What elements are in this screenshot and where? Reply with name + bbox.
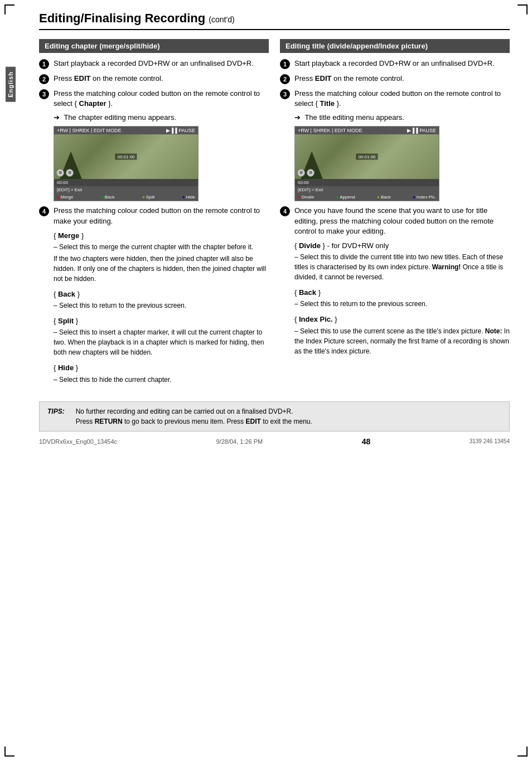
left-timebar-left: 00:00 [57, 180, 68, 185]
left-screen-bar-left: +RW | SHREK | EDIT MODE [57, 128, 122, 133]
right-screen-footer: [EDIT] = Exit [295, 186, 439, 193]
tips-label: TIPS: [47, 406, 65, 426]
left-screen-footer-buttons: ● Merge ● Back ● Split ● Hide [54, 193, 198, 201]
hide-desc: – Select this to hide the current chapte… [54, 375, 269, 385]
back-right-title: { Back } [294, 288, 510, 298]
divide-desc: – Select this to divide the current titl… [294, 252, 510, 282]
left-step-4-num: 4 [39, 206, 49, 216]
merge-extra: If the two chapters were hidden, then th… [54, 254, 269, 284]
left-ctrl-btn-2: ⚙ [66, 169, 74, 177]
back-left-desc: – Select this to return to the previous … [54, 300, 269, 311]
right-screen-bar-left: +RW | SHREK | EDIT MODE [298, 128, 362, 133]
page: English Editing/Finalising Recording (co… [0, 0, 532, 761]
left-screen-controls: ⚙ ⚙ [56, 169, 74, 177]
dot-red-merge: ● [57, 195, 60, 200]
left-ctrl-btn-1: ⚙ [56, 169, 64, 177]
dot-yellow-split: ● [142, 195, 145, 200]
corner-mark-tl [4, 4, 14, 14]
left-screen-timebar: 00:00 [54, 179, 198, 186]
dot-green-append: ● [336, 195, 338, 200]
index-pic-desc: – Select this to use the current scene a… [294, 326, 510, 356]
left-btn-split: ● Split [142, 195, 154, 200]
right-screen-controls: ⚙ ⚙ [297, 169, 315, 177]
left-screen-image: 00:01:00 ⚙ ⚙ [54, 134, 198, 179]
footer-page-num: 48 [362, 437, 371, 446]
right-screen-timebar: 00:00 [295, 179, 439, 186]
dot-green-back: ● [101, 195, 104, 200]
right-step-3-num: 3 [280, 89, 290, 99]
corner-mark-bl [4, 747, 14, 757]
right-step-4: 4 Once you have found the scene that you… [280, 206, 510, 236]
right-step-2-text: Press EDIT on the remote control. [294, 74, 404, 84]
page-title: Editing/Finalising Recording (cont'd) [39, 11, 510, 30]
right-step-3-text: Press the matching colour coded button o… [294, 89, 510, 109]
sub-back-left: { Back } – Select this to return to the … [54, 289, 269, 311]
right-sub-sections: { Divide } - for DVD+RW only – Select th… [294, 241, 510, 356]
merge-desc: – Select this to merge the current chapt… [54, 242, 269, 252]
arrow-icon-3: ➔ [54, 113, 60, 122]
left-step-2: 2 Press EDIT on the remote control. [39, 74, 269, 84]
right-step-1: 1 Start playback a recorded DVD+RW or an… [280, 59, 510, 69]
page-footer: 1DVDRx6xx_Eng00_13454c 9/28/04, 1:26 PM … [39, 437, 510, 446]
left-column: Editing chapter (merge/split/hide) 1 Sta… [39, 39, 269, 390]
split-title: { Split } [54, 316, 269, 326]
dot-blue-hide: ● [182, 195, 185, 200]
merge-title: { Merge } [54, 231, 269, 241]
left-screen-bar: +RW | SHREK | EDIT MODE ▶▐▐ PAUSE [54, 127, 198, 134]
right-dvd-screen: +RW | SHREK | EDIT MODE ▶▐▐ PAUSE 00:01:… [294, 126, 439, 201]
right-screen-bar-right: ▶▐▐ PAUSE [407, 128, 436, 133]
right-btn-append: ● Append [336, 195, 355, 200]
sub-index-pic: { Index Pic. } – Select this to use the … [294, 314, 510, 356]
back-left-title: { Back } [54, 289, 269, 299]
left-step-1-num: 1 [39, 59, 49, 69]
divide-title: { Divide } - for DVD+RW only [294, 241, 510, 251]
left-screen-timecode: 00:01:00 [115, 154, 137, 160]
right-screen-footer-buttons: ● Divide ● Append ● Back ● Index Pic. [295, 193, 439, 201]
right-step-4-text: Once you have found the scene that you w… [294, 206, 510, 236]
left-step-3-num: 3 [39, 89, 49, 99]
left-screen-bar-right: ▶▐▐ PAUSE [166, 128, 195, 133]
left-step-3-arrow: ➔ The chapter editing menu appears. [54, 113, 269, 122]
left-screen-footer: [EDIT] = Exit [54, 186, 198, 193]
contd-text: (cont'd) [209, 15, 234, 24]
dot-yellow-back: ● [377, 195, 380, 200]
hide-title: { Hide } [54, 363, 269, 373]
footer-product-code: 3139 246 13454 [470, 438, 510, 444]
left-step-3: 3 Press the matching colour coded button… [39, 89, 269, 109]
left-step-2-num: 2 [39, 74, 49, 84]
sub-back-right: { Back } – Select this to return to the … [294, 288, 510, 309]
left-step-4: 4 Press the matching colour coded button… [39, 206, 269, 226]
right-ctrl-btn-2: ⚙ [307, 169, 315, 177]
corner-mark-tr [518, 4, 528, 14]
tips-text: No further recording and editing can be … [76, 406, 312, 426]
left-sub-sections: { Merge } – Select this to merge the cur… [54, 231, 269, 385]
sub-split: { Split } – Select this to insert a chap… [54, 316, 269, 357]
tips-bar: TIPS: No further recording and editing c… [39, 401, 510, 432]
right-btn-back: ● Back [377, 195, 391, 200]
right-section-header: Editing title (divide/append/Index pictu… [280, 39, 510, 53]
right-screen-bar: +RW | SHREK | EDIT MODE ▶▐▐ PAUSE [295, 127, 439, 134]
sub-merge: { Merge } – Select this to merge the cur… [54, 231, 269, 284]
right-footer-exit: [EDIT] = Exit [298, 187, 323, 192]
right-step-3: 3 Press the matching colour coded button… [280, 89, 510, 109]
footer-date: 9/28/04, 1:26 PM [216, 438, 263, 445]
right-column: Editing title (divide/append/Index pictu… [280, 39, 510, 390]
left-btn-merge: ● Merge [57, 195, 74, 200]
right-step-1-num: 1 [280, 59, 290, 69]
left-step-3-text: Press the matching colour coded button o… [54, 89, 269, 109]
dot-red-divide: ● [298, 195, 301, 200]
footer-filename: 1DVDRx6xx_Eng00_13454c [39, 438, 117, 445]
left-step-4-text: Press the matching colour coded button o… [54, 206, 269, 226]
split-desc: – Select this to insert a chapter marker… [54, 327, 269, 357]
right-screen-image: 00:01:00 ⚙ ⚙ [295, 134, 439, 179]
right-step-1-text: Start playback a recorded DVD+RW or an u… [294, 59, 495, 69]
left-step-2-text: Press EDIT on the remote control. [54, 74, 163, 84]
corner-mark-br [518, 747, 528, 757]
left-footer-exit: [EDIT] = Exit [57, 187, 82, 192]
left-dvd-screen: +RW | SHREK | EDIT MODE ▶▐▐ PAUSE 00:01:… [54, 126, 199, 201]
right-timebar-left: 00:00 [298, 180, 309, 185]
right-step-2-num: 2 [280, 74, 290, 84]
right-step-2: 2 Press EDIT on the remote control. [280, 74, 510, 84]
two-col-layout: Editing chapter (merge/split/hide) 1 Sta… [39, 39, 510, 390]
left-step-1: 1 Start playback a recorded DVD+RW or an… [39, 59, 269, 69]
